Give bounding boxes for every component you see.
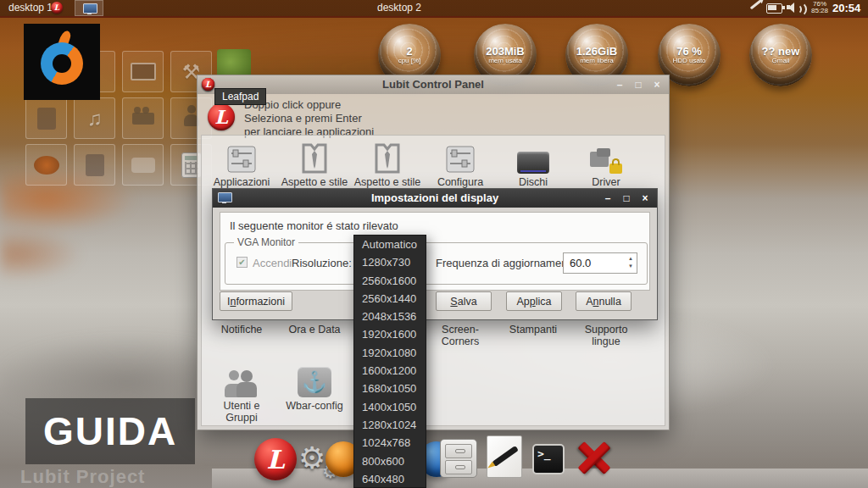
resolution-dropdown-menu: Automatico 1280x730 2560x1600 2560x1440 … bbox=[353, 235, 426, 488]
gauge-cpu-value: 2 bbox=[378, 46, 441, 57]
watermark-logo bbox=[24, 24, 100, 100]
gauge-hdd-label: HDD usato bbox=[658, 57, 721, 64]
desktop-icon[interactable] bbox=[74, 144, 115, 186]
cp-item-ora-e-data[interactable]: Ora e Data bbox=[279, 324, 350, 336]
battery-icon[interactable] bbox=[766, 3, 782, 14]
harddisk-icon bbox=[498, 140, 569, 174]
resolution-option[interactable]: 1400x1050 bbox=[354, 398, 426, 416]
logo-letter: L bbox=[214, 106, 227, 128]
chat-icon bbox=[131, 158, 155, 173]
resolution-option[interactable]: 1920x1600 bbox=[354, 325, 426, 343]
cp-item-notifiche[interactable]: Notifiche bbox=[206, 324, 277, 336]
anchor-icon: ⚓ bbox=[279, 363, 350, 397]
spin-down-icon[interactable]: ▼ bbox=[628, 263, 633, 270]
resolution-option[interactable]: 2048x1536 bbox=[354, 308, 426, 325]
volume-icon[interactable] bbox=[787, 3, 804, 14]
annulla-button[interactable]: Annulla bbox=[576, 291, 632, 311]
battery-status-text: 76% 85:28 bbox=[807, 1, 832, 14]
app-icon bbox=[86, 154, 104, 176]
group-label: VGA Monitor bbox=[234, 236, 298, 248]
cp-item-utenti-e-gruppi[interactable]: Utenti e Gruppi bbox=[206, 363, 277, 424]
sliders-icon bbox=[206, 140, 277, 174]
resolution-label: Risoluzione: bbox=[292, 257, 352, 269]
resolution-option[interactable]: Automatico bbox=[354, 236, 426, 253]
panel-lubit-icon[interactable]: L bbox=[51, 2, 63, 14]
resolution-option[interactable]: 1920x1080 bbox=[354, 344, 426, 362]
resolution-option[interactable]: 2560x1600 bbox=[354, 272, 426, 290]
resolution-option[interactable]: 1280x730 bbox=[354, 253, 426, 271]
terminal-icon: >_ bbox=[532, 444, 565, 474]
project-watermark: Lubit Project bbox=[20, 466, 145, 488]
gauge-mem-used-label: mem usata bbox=[474, 57, 537, 64]
dock-leafpad[interactable] bbox=[487, 435, 522, 478]
desktop-icon-chat[interactable] bbox=[122, 144, 164, 186]
anchor-glyph: ⚓ bbox=[302, 376, 327, 388]
ring-logo-part bbox=[41, 42, 83, 85]
dock-terminal[interactable]: >_ bbox=[532, 444, 565, 474]
cp-item-screen-corners[interactable]: Screen-Corners bbox=[425, 324, 496, 347]
taskbar-window-button[interactable] bbox=[75, 0, 103, 16]
control-panel-titlebar[interactable]: L Lubit Control Panel – □ × bbox=[198, 75, 669, 94]
resolution-option[interactable]: 1680x1050 bbox=[354, 380, 426, 397]
desktop-icon-fire[interactable] bbox=[25, 144, 67, 186]
pen-tray-icon[interactable] bbox=[750, 0, 762, 9]
clock[interactable]: 20:54 bbox=[832, 2, 860, 14]
theme-tie-icon bbox=[279, 140, 350, 174]
monitor-icon bbox=[218, 192, 232, 202]
cp-item-label: Dischi bbox=[498, 176, 569, 188]
gauge-gmail: ?? new Gmail bbox=[749, 24, 812, 86]
close-button[interactable]: × bbox=[640, 189, 650, 208]
theme-tie-root-icon bbox=[352, 140, 423, 174]
monitor-icon bbox=[131, 63, 156, 80]
close-button[interactable]: × bbox=[652, 75, 662, 94]
resolution-option[interactable]: 1280x1024 bbox=[354, 416, 426, 434]
spin-up-icon[interactable]: ▲ bbox=[628, 255, 633, 263]
resolution-option[interactable]: 1600x1200 bbox=[354, 362, 426, 380]
desktop-1-switcher[interactable]: desktop 1 bbox=[8, 2, 53, 14]
applica-button[interactable]: Applica bbox=[506, 291, 562, 311]
desktop-icon-display[interactable] bbox=[122, 51, 164, 92]
cp-item-stampanti[interactable]: Stampanti bbox=[498, 324, 569, 336]
gauge-gmail-value: ?? new bbox=[749, 46, 812, 57]
accendi-label: Accendi bbox=[253, 257, 292, 269]
maximize-button[interactable]: □ bbox=[633, 75, 643, 94]
dialog-titlebar[interactable]: Impostazioni del display – □ × bbox=[213, 189, 657, 208]
dock-file-manager[interactable] bbox=[440, 439, 477, 478]
desktop-icon-music[interactable]: ♫ bbox=[74, 97, 115, 139]
cp-item-label: Utenti e Gruppi bbox=[206, 400, 277, 424]
logo-letter: L bbox=[54, 3, 59, 12]
resolution-option[interactable]: 1024x768 bbox=[354, 434, 426, 452]
hint-line-2: Seleziona e premi Enter bbox=[244, 112, 374, 125]
cp-item-dischi[interactable]: Dischi bbox=[498, 140, 569, 188]
gauge-mem-free-value: 1.26GiB bbox=[565, 46, 628, 57]
desktop-screen: ⚒ ♫ GUIDA Lubit Project 2 cpu [%] 203MiB… bbox=[0, 0, 868, 488]
minimize-button[interactable]: – bbox=[603, 189, 613, 208]
spinner-arrows[interactable]: ▲ ▼ bbox=[628, 255, 633, 270]
maximize-button[interactable]: □ bbox=[621, 189, 632, 208]
cp-item-label: Screen-Corners bbox=[425, 324, 496, 347]
cp-item-supporto-lingue[interactable]: Supporto lingue bbox=[570, 324, 642, 347]
cp-item-wbar-config[interactable]: ⚓ Wbar-config bbox=[279, 363, 350, 412]
desktop-2-switcher[interactable]: desktop 2 bbox=[377, 2, 421, 14]
control-panel-title: Lubit Control Panel bbox=[382, 78, 484, 91]
leafpad-tooltip: Leafpad bbox=[214, 88, 266, 105]
dock-lubit-menu[interactable]: L bbox=[254, 438, 297, 480]
minimize-button[interactable]: – bbox=[615, 75, 625, 94]
desktop-icon[interactable] bbox=[25, 97, 67, 139]
salva-button[interactable]: Salva bbox=[436, 291, 492, 311]
resolution-option[interactable]: 800x600 bbox=[354, 452, 426, 470]
cp-item-aspetto-e-stile[interactable]: Aspetto e stile bbox=[279, 140, 350, 188]
refresh-rate-spinner[interactable]: 60.0 ▲ ▼ bbox=[563, 252, 637, 274]
cp-item-label: Ora e Data bbox=[279, 324, 350, 336]
refresh-rate-value: 60.0 bbox=[570, 257, 591, 269]
check-icon: ✔ bbox=[238, 258, 245, 267]
dock-exit[interactable] bbox=[575, 438, 614, 477]
resolution-option[interactable]: 2560x1440 bbox=[354, 290, 426, 308]
refresh-rate-label: Frequenza di aggiornamento: bbox=[436, 257, 580, 269]
desktop-icon-video[interactable] bbox=[122, 97, 164, 139]
informazioni-button[interactable]: Informazioni bbox=[220, 291, 292, 311]
accendi-checkbox[interactable]: ✔ bbox=[236, 257, 248, 268]
monitor-icon bbox=[83, 3, 97, 14]
resolution-option[interactable]: 640x480 bbox=[354, 470, 426, 488]
cp-item-label: Aspetto e stile bbox=[279, 176, 350, 188]
